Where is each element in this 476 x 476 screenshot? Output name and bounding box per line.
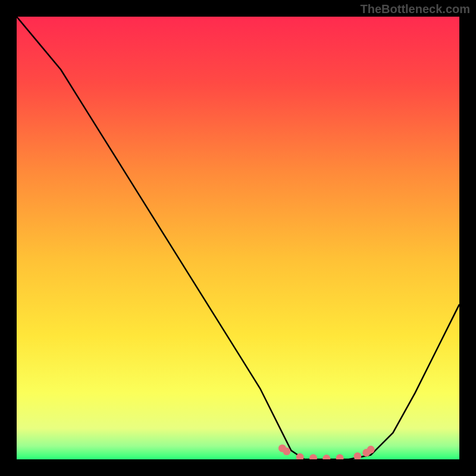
watermark-label: TheBottleneck.com	[361, 2, 470, 16]
chart-svg	[17, 17, 459, 459]
chart-container	[17, 17, 459, 459]
chart-background	[17, 17, 459, 459]
highlight-dot	[283, 447, 290, 455]
highlight-dot	[367, 446, 375, 453]
